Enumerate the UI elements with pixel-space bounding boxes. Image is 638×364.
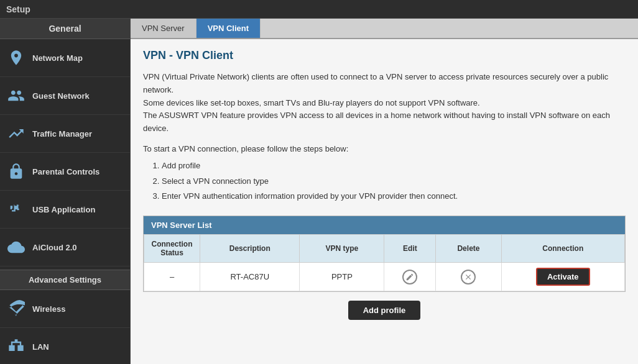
col-connection-status: Connection Status	[144, 235, 200, 263]
description-line3: The ASUSWRT VPN feature provides VPN acc…	[143, 111, 610, 133]
parental-controls-icon	[6, 162, 26, 181]
add-profile-container: Add profile	[143, 292, 626, 324]
sidebar-item-guest-network[interactable]: Guest Network	[0, 77, 130, 115]
sidebar-item-network-map[interactable]: Network Map	[0, 39, 130, 77]
sidebar-item-usb-application-label: USB Application	[32, 205, 95, 214]
edit-icon[interactable]	[402, 270, 417, 284]
sidebar-item-lan-label: LAN	[32, 342, 49, 352]
step-2: Select a VPN connection type	[162, 174, 626, 189]
sidebar-advanced-header: Advanced Settings	[0, 270, 130, 290]
row-edit[interactable]	[384, 263, 436, 291]
sidebar-item-wireless-label: Wireless	[32, 304, 65, 314]
sidebar-item-wireless[interactable]: Wireless	[0, 290, 130, 328]
wireless-icon	[6, 299, 26, 319]
tab-vpn-server[interactable]: VPN Server	[131, 19, 196, 38]
row-vpn-type: PPTP	[300, 263, 384, 291]
sidebar-item-traffic-manager-label: Traffic Manager	[32, 129, 92, 139]
vpn-server-list-section: VPN Server List Connection Status Descri…	[143, 216, 626, 292]
delete-icon[interactable]	[461, 270, 476, 284]
sidebar-item-guest-network-label: Guest Network	[32, 91, 90, 101]
content-area: VPN Server VPN Client VPN - VPN Client V…	[131, 19, 638, 364]
row-description: RT-AC87U	[200, 263, 300, 291]
col-edit: Edit	[384, 235, 436, 263]
table-column-headers: Connection Status Description VPN type E…	[144, 235, 625, 263]
add-profile-button[interactable]: Add profile	[348, 301, 421, 320]
sidebar-item-parental-controls[interactable]: Parental Controls	[0, 153, 130, 191]
sidebar-item-traffic-manager[interactable]: Traffic Manager	[0, 115, 130, 153]
vpn-server-table: Connection Status Description VPN type E…	[144, 234, 625, 291]
sidebar-item-aicloud[interactable]: AiCloud 2.0	[0, 229, 130, 266]
col-vpn-type: VPN type	[300, 235, 384, 263]
table-row: – RT-AC87U PPTP	[144, 263, 625, 291]
topbar-title: Setup	[6, 4, 30, 14]
row-delete[interactable]	[436, 263, 501, 291]
guest-network-icon	[6, 86, 26, 106]
sidebar-item-network-map-label: Network Map	[32, 53, 83, 63]
row-connection-btn[interactable]: Activate	[501, 263, 624, 291]
sidebar-item-lan[interactable]: LAN	[0, 328, 130, 364]
tabs-bar: VPN Server VPN Client	[131, 19, 638, 39]
tab-vpn-client[interactable]: VPN Client	[196, 19, 261, 38]
step-1: Add profile	[162, 158, 626, 174]
page-title: VPN - VPN Client	[143, 49, 626, 62]
col-delete: Delete	[436, 235, 501, 263]
col-connection: Connection	[501, 235, 624, 263]
traffic-manager-icon	[6, 124, 26, 143]
steps-list: Add profile Select a VPN connection type…	[162, 158, 626, 204]
table-header: VPN Server List	[144, 216, 625, 234]
lan-icon	[6, 337, 26, 357]
sidebar-item-parental-controls-label: Parental Controls	[32, 167, 99, 176]
activate-button[interactable]: Activate	[536, 268, 590, 286]
step-3: Enter VPN authentication information pro…	[162, 189, 626, 204]
description-text: VPN (Virtual Private Network) clients ar…	[143, 71, 626, 135]
sidebar-general-header: General	[0, 19, 130, 39]
usb-application-icon	[6, 199, 26, 219]
sidebar-item-aicloud-label: AiCloud 2.0	[32, 243, 77, 252]
aicloud-icon	[6, 237, 26, 257]
network-map-icon	[6, 48, 26, 68]
sidebar-item-usb-application[interactable]: USB Application	[0, 191, 130, 229]
main-content: VPN - VPN Client VPN (Virtual Private Ne…	[131, 39, 638, 364]
steps-intro: To start a VPN connection, please follow…	[143, 144, 626, 153]
col-description: Description	[200, 235, 300, 263]
description-line1: VPN (Virtual Private Network) clients ar…	[143, 72, 608, 94]
row-connection-status: –	[144, 263, 200, 291]
description-line2: Some devices like set-top boxes, smart T…	[143, 98, 480, 107]
sidebar: General Network Map Guest Network Traffi…	[0, 19, 131, 364]
